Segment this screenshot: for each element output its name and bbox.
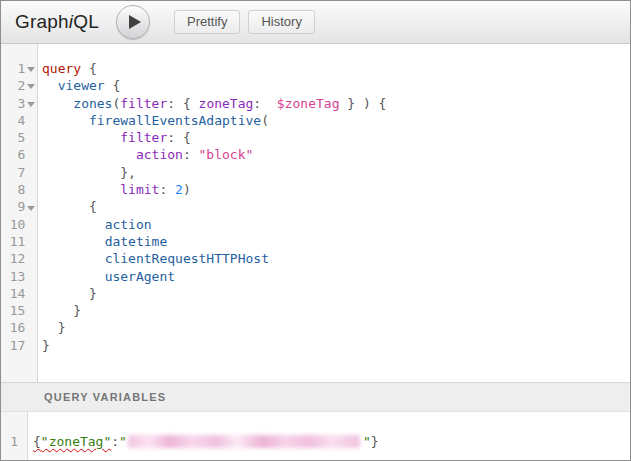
- code-token: ": [363, 434, 371, 449]
- code-token: action: [105, 217, 152, 232]
- code-token: [42, 217, 105, 232]
- code-token: [42, 269, 105, 284]
- code-line: }: [42, 337, 630, 354]
- prettify-button[interactable]: Prettify: [174, 10, 240, 34]
- gutter-row: 5: [1, 129, 37, 146]
- line-number: 10: [1, 216, 25, 233]
- line-number: 9: [1, 198, 25, 215]
- code-token: "block": [199, 147, 254, 162]
- fold-toggle[interactable]: [25, 198, 37, 215]
- execute-button[interactable]: [116, 5, 150, 39]
- fold-toggle[interactable]: [25, 60, 37, 77]
- fold-spacer: [25, 233, 37, 250]
- gutter-row: 6: [1, 146, 37, 163]
- code-token: [42, 251, 105, 266]
- code-token: : {: [167, 96, 198, 111]
- fold-toggle[interactable]: [25, 95, 37, 112]
- code-token: userAgent: [105, 269, 175, 284]
- line-number: 11: [1, 233, 25, 250]
- variables-editor[interactable]: 1 {"zoneTag":""}: [1, 412, 630, 460]
- fold-spacer: [25, 337, 37, 354]
- code-line: action: [42, 216, 630, 233]
- line-number: 15: [1, 302, 25, 319]
- play-icon: [129, 15, 141, 29]
- fold-arrow-icon: [27, 102, 35, 107]
- gutter-row: 16: [1, 319, 37, 336]
- variables-code[interactable]: {"zoneTag":""}: [28, 412, 630, 460]
- code-line: }: [42, 302, 630, 319]
- code-token: :: [111, 434, 119, 449]
- code-line: datetime: [42, 233, 630, 250]
- gutter-row: 13: [1, 268, 37, 285]
- line-number: 6: [1, 146, 25, 163]
- code-token: [42, 96, 73, 111]
- code-token: } ) {: [339, 96, 386, 111]
- editor-code[interactable]: query { viewer { zones(filter: { zoneTag…: [38, 44, 630, 382]
- code-token: :: [253, 96, 276, 111]
- line-number: 17: [1, 337, 25, 354]
- code-token: query: [42, 61, 81, 76]
- gutter-row: 3: [1, 95, 37, 112]
- code-token: $zoneTag: [277, 96, 340, 111]
- fold-spacer: [25, 302, 37, 319]
- code-token: {: [81, 61, 97, 76]
- variables-title-bar[interactable]: QUERY VARIABLES: [1, 382, 630, 412]
- fold-spacer: [25, 216, 37, 233]
- line-number: 4: [1, 112, 25, 129]
- code-line: userAgent: [42, 268, 630, 285]
- gutter-row: 2: [1, 77, 37, 94]
- line-number: 8: [1, 181, 25, 198]
- code-token: 2: [175, 182, 183, 197]
- title-graph: Graph: [15, 11, 69, 32]
- line-number: 5: [1, 129, 25, 146]
- code-line: zones(filter: { zoneTag: $zoneTag } ) {: [42, 95, 630, 112]
- gutter-row: 10: [1, 216, 37, 233]
- code-token: [42, 130, 120, 145]
- gutter-row: 8: [1, 181, 37, 198]
- gutter-row: 11: [1, 233, 37, 250]
- code-token: :: [183, 147, 199, 162]
- code-line: limit: 2): [42, 181, 630, 198]
- code-token: ): [183, 182, 191, 197]
- gutter-row: 17: [1, 337, 37, 354]
- toolbar: GraphiQL Prettify History: [1, 1, 630, 44]
- code-line: {: [42, 198, 630, 215]
- code-token: :: [159, 182, 175, 197]
- line-number: 16: [1, 319, 25, 336]
- title-ql: QL: [73, 11, 99, 32]
- fold-arrow-icon: [27, 206, 35, 211]
- code-line: action: "block": [42, 146, 630, 163]
- code-token: }: [42, 338, 50, 353]
- editor-gutter: 1234567891011121314151617: [1, 44, 38, 382]
- fold-spacer: [25, 164, 37, 181]
- variables-gutter: 1: [1, 412, 28, 460]
- line-number: 7: [1, 164, 25, 181]
- code-token: }: [42, 286, 97, 301]
- query-editor[interactable]: 1234567891011121314151617 query { viewer…: [1, 44, 630, 382]
- code-line: firewallEventsAdaptive(: [42, 112, 630, 129]
- fold-arrow-icon: [27, 67, 35, 72]
- gutter-row: 12: [1, 250, 37, 267]
- code-token: [42, 182, 120, 197]
- code-token: ": [119, 434, 127, 449]
- code-token: {: [33, 434, 41, 449]
- fold-spacer: [25, 285, 37, 302]
- gutter-row: 14: [1, 285, 37, 302]
- fold-spacer: [25, 146, 37, 163]
- gutter-row: 7: [1, 164, 37, 181]
- code-token: clientRequestHTTPHost: [105, 251, 269, 266]
- code-line: query {: [42, 60, 630, 77]
- line-number: 1: [1, 60, 25, 77]
- code-line: viewer {: [42, 77, 630, 94]
- code-token: {: [42, 199, 97, 214]
- code-token: [42, 147, 136, 162]
- gutter-row: 1: [1, 60, 37, 77]
- fold-spacer: [25, 129, 37, 146]
- code-token: viewer: [58, 78, 105, 93]
- history-button[interactable]: History: [248, 10, 314, 34]
- fold-toggle[interactable]: [25, 77, 37, 94]
- code-token: }: [371, 434, 379, 449]
- code-token: filter: [120, 130, 167, 145]
- fold-spacer: [25, 268, 37, 285]
- code-token: (: [261, 113, 269, 128]
